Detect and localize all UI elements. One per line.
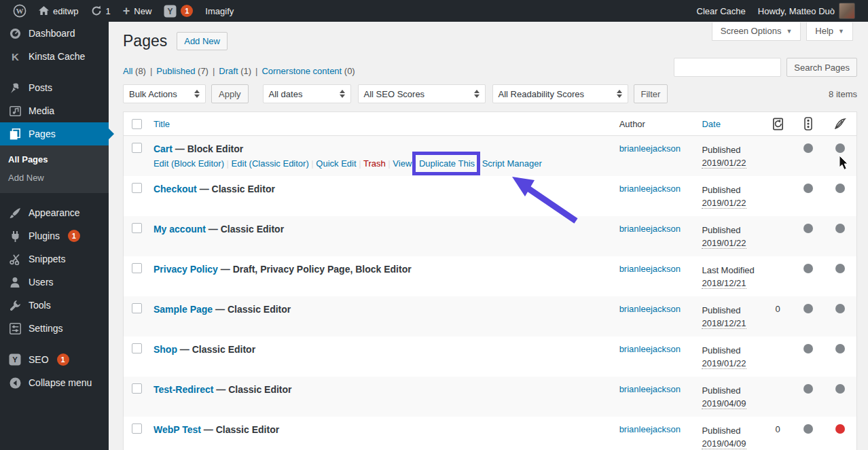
publish-status: Published bbox=[702, 185, 740, 195]
add-new-button[interactable]: Add New bbox=[177, 32, 228, 50]
view-link-all[interactable]: All bbox=[123, 66, 132, 76]
sidebar-item-kinsta-cache[interactable]: KKinsta Cache bbox=[0, 45, 109, 68]
svg-text:Y: Y bbox=[12, 356, 18, 364]
howdy-text: Howdy, Matteo Duò bbox=[758, 6, 835, 16]
sidebar-item-media[interactable]: Media bbox=[0, 99, 109, 122]
sort-by-date-link[interactable]: Date bbox=[702, 118, 720, 131]
script-count: 0 bbox=[763, 417, 793, 450]
site-name: editwp bbox=[53, 6, 79, 16]
author-link[interactable]: brianleejackson bbox=[619, 224, 681, 234]
row-checkbox[interactable] bbox=[132, 263, 142, 273]
row-action-script-manager[interactable]: Script Manager bbox=[482, 158, 542, 169]
user-icon bbox=[8, 277, 22, 288]
seo-score-dot bbox=[803, 143, 813, 153]
page-title-link[interactable]: Sample Page bbox=[153, 304, 213, 315]
updates-menu[interactable]: 1 bbox=[85, 0, 117, 22]
filter-toolbar: Bulk Actions Apply All dates All SEO Sco… bbox=[123, 84, 857, 103]
row-checkbox[interactable] bbox=[132, 303, 142, 313]
publish-status: Published bbox=[702, 145, 740, 155]
script-count: 0 bbox=[763, 296, 793, 336]
sidebar-item-appearance[interactable]: Appearance bbox=[0, 201, 109, 224]
readability-scores-select[interactable]: All Readability Scores bbox=[492, 84, 628, 103]
page-title-link[interactable]: Checkout bbox=[153, 184, 197, 194]
page-title-link[interactable]: Cart bbox=[153, 143, 173, 154]
sidebar-item-snippets[interactable]: Snippets bbox=[0, 247, 109, 271]
sidebar-item-collapse-menu[interactable]: Collapse menu bbox=[0, 371, 109, 394]
author-link[interactable]: brianleejackson bbox=[619, 304, 681, 314]
select-all-checkbox[interactable] bbox=[132, 119, 142, 129]
publish-date: 2018/12/21 bbox=[702, 318, 746, 329]
row-checkbox[interactable] bbox=[132, 343, 142, 353]
author-link[interactable]: brianleejackson bbox=[619, 424, 681, 434]
post-state-label: — Classic Editor bbox=[197, 184, 275, 194]
sidebar-item-pages[interactable]: Pages bbox=[0, 122, 109, 145]
sidebar-item-label: Posts bbox=[29, 82, 52, 93]
seo-score-traffic-light-icon bbox=[793, 117, 824, 131]
wordpress-logo-icon[interactable]: W bbox=[7, 0, 33, 22]
view-link-published[interactable]: Published bbox=[156, 66, 195, 76]
seo-score-dot bbox=[803, 344, 813, 353]
readability-score-dot bbox=[835, 384, 845, 394]
row-actions: Edit (Block Editor) | Edit (Classic Edit… bbox=[153, 158, 614, 169]
apply-button[interactable]: Apply bbox=[211, 84, 249, 103]
sidebar-item-dashboard[interactable]: Dashboard bbox=[0, 22, 109, 45]
row-checkbox[interactable] bbox=[132, 383, 142, 394]
clear-cache-button[interactable]: Clear Cache bbox=[691, 0, 752, 22]
row-checkbox[interactable] bbox=[132, 183, 142, 193]
help-button[interactable]: Help▼ bbox=[806, 22, 853, 41]
imagify-menu[interactable]: Imagify bbox=[199, 0, 240, 22]
pushpin-icon bbox=[8, 82, 22, 94]
author-link[interactable]: brianleejackson bbox=[619, 184, 681, 194]
sidebar-item-plugins[interactable]: Plugins1 bbox=[0, 224, 109, 247]
table-row: Cart — Block EditorEdit (Block Editor) |… bbox=[124, 136, 856, 176]
page-title-link[interactable]: WebP Test bbox=[153, 424, 201, 435]
page-title-link[interactable]: Privacy Policy bbox=[153, 264, 218, 275]
script-count bbox=[763, 336, 793, 377]
page-title-link[interactable]: My account bbox=[153, 224, 206, 235]
view-link-cornerstone-content[interactable]: Cornerstone content bbox=[261, 66, 342, 76]
sidebar-item-label: SEO bbox=[29, 354, 49, 365]
sidebar-item-label: Settings bbox=[29, 323, 63, 334]
author-link[interactable]: brianleejackson bbox=[619, 264, 681, 274]
sidebar-item-users[interactable]: Users bbox=[0, 271, 109, 294]
scissors-icon bbox=[8, 254, 22, 265]
search-input[interactable] bbox=[674, 58, 781, 77]
yoast-seo-menu[interactable]: Y 1 bbox=[158, 0, 199, 22]
page-title-link[interactable]: Test-Redirect bbox=[153, 384, 213, 395]
filter-button[interactable]: Filter bbox=[634, 84, 668, 103]
main-content: Screen Options▼ Help▼ Pages Add New Sear… bbox=[109, 22, 868, 450]
row-action-quick-edit[interactable]: Quick Edit bbox=[316, 158, 356, 169]
submenu-item-all-pages[interactable]: All Pages bbox=[0, 150, 109, 169]
admin-bar: W editwp 1 + New Y 1 Imagify Clear Cache… bbox=[0, 0, 868, 22]
row-action-trash[interactable]: Trash bbox=[363, 158, 386, 169]
seo-scores-select[interactable]: All SEO Scores bbox=[358, 84, 486, 103]
kinsta-icon: K bbox=[8, 51, 22, 62]
sidebar-item-posts[interactable]: Posts bbox=[0, 76, 109, 99]
author-link[interactable]: brianleejackson bbox=[619, 384, 681, 394]
sidebar-item-seo[interactable]: YSEO1 bbox=[0, 348, 109, 371]
sidebar-item-settings[interactable]: Settings bbox=[0, 317, 109, 340]
publish-date: 2019/01/22 bbox=[702, 358, 746, 369]
author-link[interactable]: brianleejackson bbox=[619, 344, 681, 354]
screen-options-button[interactable]: Screen Options▼ bbox=[712, 22, 801, 41]
dates-select[interactable]: All dates bbox=[263, 84, 351, 103]
sidebar-item-tools[interactable]: Tools bbox=[0, 294, 109, 317]
submenu-item-add-new[interactable]: Add New bbox=[0, 169, 109, 187]
new-content-menu[interactable]: + New bbox=[117, 0, 158, 22]
view-link-draft[interactable]: Draft bbox=[219, 66, 238, 76]
row-action-view[interactable]: View bbox=[393, 158, 412, 169]
svg-text:Y: Y bbox=[168, 7, 173, 16]
page-title-link[interactable]: Shop bbox=[153, 344, 177, 355]
site-menu[interactable]: editwp bbox=[33, 0, 85, 22]
row-checkbox[interactable] bbox=[132, 143, 142, 153]
row-action-edit-classic-editor-[interactable]: Edit (Classic Editor) bbox=[232, 158, 309, 169]
search-pages-button[interactable]: Search Pages bbox=[786, 58, 857, 77]
sort-by-title-link[interactable]: Title bbox=[153, 119, 170, 129]
account-menu[interactable]: Howdy, Matteo Duò bbox=[752, 0, 861, 22]
author-link[interactable]: brianleejackson bbox=[619, 143, 681, 154]
row-action-edit-block-editor-[interactable]: Edit (Block Editor) bbox=[153, 158, 224, 169]
row-checkbox[interactable] bbox=[132, 223, 142, 233]
row-action-duplicate-this[interactable]: Duplicate This bbox=[419, 158, 475, 169]
bulk-actions-select[interactable]: Bulk Actions bbox=[123, 84, 206, 103]
row-checkbox[interactable] bbox=[132, 423, 142, 434]
